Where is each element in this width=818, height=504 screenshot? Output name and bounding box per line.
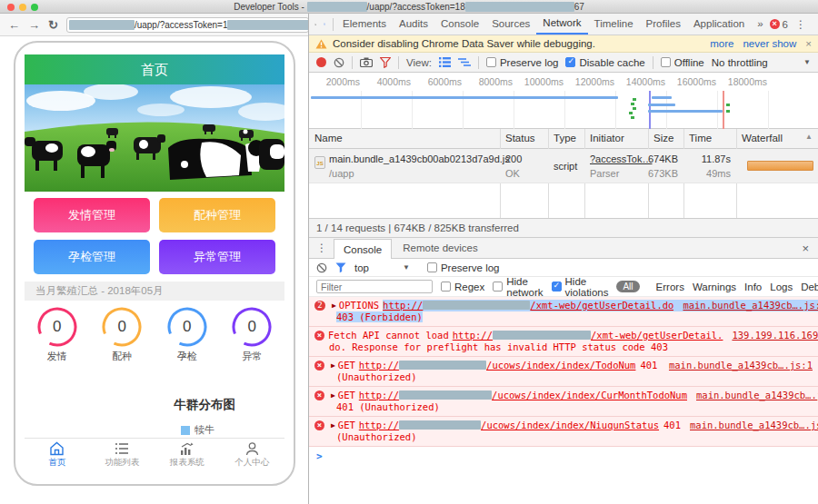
throttling-select[interactable]: No throttling (712, 57, 768, 68)
filter-icon[interactable] (380, 57, 391, 68)
breeding-management-button[interactable]: 配种管理 (159, 198, 275, 232)
column-size[interactable]: Size (653, 133, 673, 143)
hide-network-checkbox[interactable]: Hide network (493, 276, 543, 298)
offline-checkbox[interactable]: Offline (661, 57, 704, 68)
disable-cache-checkbox[interactable]: Disable cache (565, 57, 644, 68)
source-link[interactable]: main.bundle_a1439cb….js:1 (673, 300, 818, 311)
nav-reports[interactable]: 报表系统 (155, 439, 220, 472)
estrus-management-button[interactable]: 发情管理 (34, 198, 150, 232)
checkbox-checked (565, 57, 575, 67)
execution-context-select[interactable]: top (354, 262, 369, 273)
warning-close-icon[interactable]: × (805, 38, 812, 49)
source-link[interactable]: main.bundle_a1439cb….js:1 (687, 390, 818, 401)
source-link[interactable]: main.bundle_a1439cb….js:1 (681, 420, 818, 431)
stat-estrus: 0 发情 (25, 306, 90, 366)
console-error-niuqunstatus-401[interactable]: ▶ GET http:///ucows/index/index/NiuqunSt… (309, 417, 818, 447)
error-url[interactable]: http:///ucows/index/index/TodoNum (359, 360, 636, 371)
column-type[interactable]: Type (554, 133, 576, 143)
preserve-log-checkbox[interactable]: Preserve log (486, 57, 559, 68)
console-filter-icon[interactable] (335, 262, 346, 273)
network-overview-graph[interactable] (309, 91, 818, 129)
expand-arrow-icon[interactable]: ▶ (331, 420, 335, 431)
console-prompt[interactable]: > (309, 447, 818, 466)
request-initiator-link[interactable]: ?accessTok… (590, 153, 652, 164)
inspect-element-icon[interactable] (314, 18, 316, 31)
console-filter-input[interactable] (316, 280, 433, 293)
all-levels-badge[interactable]: All (616, 281, 639, 292)
expand-arrow-icon[interactable]: ▶ (331, 360, 335, 371)
traffic-close-button[interactable] (7, 4, 15, 11)
tab-network[interactable]: Network (536, 14, 587, 35)
console-error-todonum-401[interactable]: ▶ GET http:///ucows/index/index/TodoNum … (309, 357, 818, 387)
warning-more-link[interactable]: more (710, 38, 733, 49)
context-dropdown-icon[interactable]: ▼ (403, 263, 410, 272)
drawer-tab-remote-devices[interactable]: Remote devices (392, 242, 488, 253)
error-url[interactable]: http:///xmt-web/getUserDetail. (453, 330, 723, 341)
console-error-curmonthtodonum-401[interactable]: ▶ GET http:///ucows/index/index/CurMonth… (309, 387, 818, 417)
warning-never-show-link[interactable]: never show (743, 38, 796, 49)
pregnancy-check-button[interactable]: 孕检管理 (34, 240, 150, 274)
table-header[interactable]: Name Status Type Initiator Size Time Wat… (309, 129, 818, 149)
error-url[interactable]: http:///ucows/index/index/NiuqunStatus (359, 420, 659, 431)
column-time[interactable]: Time (689, 133, 712, 143)
url-visible-text: /uapp/?accessToken=1 (135, 20, 228, 30)
list-icon (115, 441, 130, 456)
back-icon[interactable]: ← (8, 18, 20, 32)
use-large-rows-icon[interactable] (439, 57, 451, 67)
clear-console-icon[interactable] (316, 262, 327, 273)
chart-legend-item[interactable]: 犊牛 (181, 423, 214, 437)
more-tabs-icon[interactable]: » (751, 15, 769, 34)
throttling-dropdown-icon[interactable]: ▼ (803, 58, 811, 66)
console-preserve-log-checkbox[interactable]: Preserve log (427, 262, 500, 273)
nav-function-list[interactable]: 功能列表 (90, 439, 155, 472)
drawer-close-icon[interactable]: × (793, 242, 818, 255)
source-link[interactable]: 139.199.116.169/:1 (723, 330, 818, 341)
column-status[interactable]: Status (505, 133, 535, 143)
column-name[interactable]: Name (314, 133, 343, 143)
error-count-badge[interactable]: 6 (770, 19, 788, 30)
level-errors[interactable]: Errors (656, 282, 684, 292)
tab-elements[interactable]: Elements (336, 15, 393, 34)
request-row-main-bundle[interactable]: main.bundle_a1439cb00ab0213d7a9d.js /uap… (309, 149, 818, 183)
reload-icon[interactable]: ↻ (48, 18, 58, 32)
tab-application[interactable]: Application (687, 15, 751, 34)
device-toolbar-icon[interactable] (324, 18, 325, 30)
waterfall-bar[interactable] (747, 161, 813, 171)
tab-console[interactable]: Console (434, 15, 485, 34)
column-initiator[interactable]: Initiator (590, 133, 624, 143)
record-icon[interactable] (316, 57, 326, 67)
regex-checkbox[interactable]: Regex (441, 282, 484, 292)
expand-arrow-icon[interactable]: ▶ (331, 390, 335, 401)
drawer-menu-icon[interactable]: ⋮ (309, 242, 334, 254)
source-link[interactable]: main.bundle_a1439cb….js:1 (660, 360, 813, 371)
tab-profiles[interactable]: Profiles (640, 15, 687, 34)
nav-home[interactable]: 首页 (25, 439, 90, 472)
level-logs[interactable]: Logs (770, 282, 793, 292)
level-warnings[interactable]: Warnings (693, 282, 736, 292)
forward-icon[interactable]: → (28, 18, 40, 32)
expand-arrow-icon[interactable]: ▶ (332, 300, 336, 311)
checkbox-unchecked (427, 262, 437, 272)
tab-sources[interactable]: Sources (485, 15, 536, 34)
console-error-options-403[interactable]: 2 ▶ OPTIONS http:///xmt-web/getUserDetai… (309, 297, 818, 327)
level-info[interactable]: Info (744, 282, 762, 292)
devtools-menu-icon[interactable]: ⋮ (788, 18, 813, 31)
screenshot-camera-icon[interactable] (360, 57, 373, 67)
tab-timeline[interactable]: Timeline (588, 15, 640, 34)
drawer-tab-console[interactable]: Console (334, 239, 392, 259)
traffic-zoom-button[interactable] (31, 4, 38, 11)
console-error-fetch-preflight[interactable]: Fetch API cannot load http:///xmt-web/ge… (309, 327, 818, 357)
nav-profile[interactable]: 个人中心 (220, 439, 285, 472)
abnormal-management-button[interactable]: 异常管理 (159, 240, 275, 274)
show-overview-icon[interactable] (458, 57, 471, 67)
clear-icon[interactable] (334, 57, 344, 68)
error-url[interactable]: http:///xmt-web/getUserDetail.do (383, 300, 673, 311)
traffic-minimize-button[interactable] (19, 4, 26, 11)
tab-audits[interactable]: Audits (393, 15, 434, 34)
network-timeline-ruler: 2000ms 4000ms 6000ms 8000ms 10000ms 1200… (309, 73, 818, 91)
address-bar[interactable]: /uapp/?accessToken=1 b3 (66, 17, 309, 33)
error-url[interactable]: http:///ucows/index/index/CurMonthTodoNu… (359, 390, 687, 401)
hide-violations-checkbox[interactable]: Hide violations (552, 276, 609, 298)
column-waterfall[interactable]: Waterfall (742, 133, 783, 143)
level-debug[interactable]: Debug (801, 282, 818, 292)
